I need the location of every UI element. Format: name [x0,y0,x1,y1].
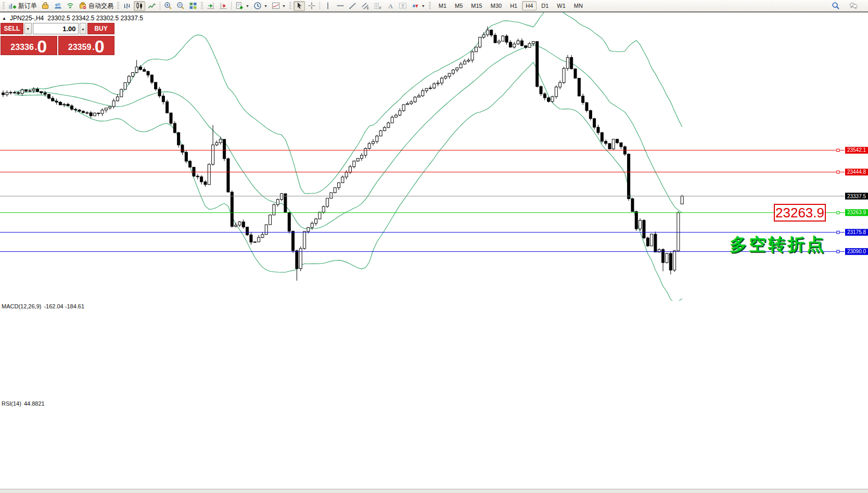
line-chart-icon [148,2,156,10]
arrow-shapes-button[interactable]: ▼ [410,1,427,11]
bear-candle [250,235,252,242]
bull-candle [639,220,642,229]
line-handle[interactable] [837,149,839,151]
collapse-triangle-icon[interactable]: ▲ [2,16,6,21]
zoom-out-button[interactable] [175,1,186,11]
auto-scroll-button[interactable] [205,1,216,11]
bull-candle [127,76,130,83]
timeframe-clock-icon [253,2,262,10]
algo-trading-button[interactable]: 自动交易 [77,1,115,11]
toolbar-grip[interactable] [117,2,119,10]
chat-icon [849,2,858,10]
bull-candle [517,41,519,44]
trendline-button[interactable] [347,1,359,11]
toolbar-grip[interactable] [429,2,431,10]
bull-candle [532,42,534,44]
bear-candle [525,46,527,47]
bull-candle [673,251,676,270]
tile-windows-button[interactable] [187,1,199,11]
toolbar-grip[interactable] [201,2,203,10]
sell-button[interactable]: SELL [1,23,23,34]
timeframe-w1-button[interactable]: W1 [553,1,569,10]
bear-candle [70,106,73,109]
bull-candle [406,104,409,105]
community-button[interactable] [52,1,63,11]
bull-candle [322,206,325,212]
line-handle[interactable] [837,211,839,214]
bull-candle [215,142,218,145]
price-callout-label[interactable]: 23263.9 [774,204,826,222]
volume-increase-button[interactable]: ▲ [80,23,87,34]
timeframe-m5-button[interactable]: M5 [451,1,466,10]
bear-candle [536,42,539,86]
bull-candle [356,158,359,161]
volume-decrease-button[interactable]: ▼ [24,23,32,34]
chart-shift-button[interactable] [218,1,229,11]
bull-candle [502,36,504,41]
fibonacci-button[interactable]: F [372,1,384,11]
text-button[interactable]: A [385,1,396,11]
templates-button[interactable]: ▼ [234,1,251,11]
bull-candle [345,172,348,177]
bull-candle [467,60,470,61]
buy-price-display[interactable]: 23359.0 [58,36,115,55]
bear-candle [227,159,229,192]
bull-candle [315,219,317,223]
buy-button[interactable]: BUY [87,23,114,34]
rsi-value: 44.8821 [24,400,45,407]
bar-chart-button[interactable] [121,1,133,11]
cursor-button[interactable] [293,1,305,11]
timeframe-mn-button[interactable]: MN [570,1,586,10]
turning-point-annotation[interactable]: 多空转折点 [730,233,826,256]
crosshair-icon [308,2,316,10]
toolbar-grip[interactable] [289,2,291,10]
timeframes-menu-button[interactable]: ▼ [252,1,269,11]
horizontal-line-icon [336,2,344,10]
timeframe-m1-button[interactable]: M1 [435,1,450,10]
vertical-line-button[interactable] [322,1,334,11]
horizontal-line-button[interactable] [335,1,346,11]
candlestick-chart-button[interactable] [134,1,145,11]
community-icon [54,2,62,10]
timeframe-m15-button[interactable]: M15 [467,1,486,10]
rsi-pane-label: RSI(14) 44.8821 [2,400,45,407]
timeframe-m30-button[interactable]: M30 [487,1,505,10]
volume-input[interactable] [33,23,79,34]
timeframe-d1-button[interactable]: D1 [538,1,552,10]
axis-price-flag-text: 23263.9 [847,210,866,215]
text-label-button[interactable]: T [397,1,409,11]
line-chart-button[interactable] [146,1,158,11]
bull-candle [376,136,378,142]
equidistant-channel-button[interactable]: E [360,1,371,11]
indicators-button[interactable]: ▼ [270,1,287,11]
chat-button[interactable] [848,1,859,11]
line-handle[interactable] [837,250,839,253]
arrow-shapes-icon [411,2,419,10]
bull-candle [410,102,413,104]
line-handle[interactable] [837,171,839,173]
search-button[interactable] [830,1,841,11]
crosshair-button[interactable] [306,1,317,11]
chevron-down-icon: ▼ [422,4,425,8]
bear-candle [643,220,645,238]
bar-chart-icon [123,2,131,10]
zoom-in-button[interactable] [162,1,174,11]
bull-candle [677,213,680,251]
toolbar-grip[interactable] [3,2,5,10]
timeframe-h4-button[interactable]: H4 [522,1,537,10]
line-handle[interactable] [837,231,839,233]
bull-candle [235,225,237,226]
bear-candle [547,98,550,101]
bear-candle [24,90,27,92]
timeframe-h1-button[interactable]: H1 [506,1,521,10]
bull-candle [429,88,431,88]
market-button[interactable] [40,1,51,11]
bear-candle [616,139,619,143]
signals-button[interactable] [65,1,76,11]
new-order-button[interactable]: 新订单 [7,1,39,11]
bull-candle [212,145,214,164]
bear-candle [36,89,39,92]
sell-price-display[interactable]: 23336.0 [1,36,57,55]
bear-candle [520,41,523,46]
rsi-name: RSI(14) [2,400,21,407]
